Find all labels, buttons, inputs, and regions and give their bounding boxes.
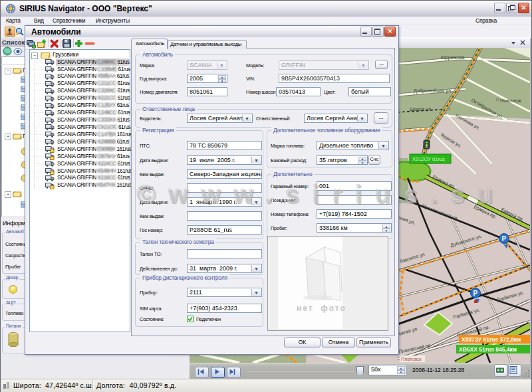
svg-text:Х912ОУ 61rus: Х912ОУ 61rus — [412, 156, 445, 162]
svg-text:ХВ5ХХ 51rus 845,4км: ХВ5ХХ 51rus 845,4км — [459, 346, 517, 353]
svg-text:Ефремова: Ефремова — [441, 54, 464, 60]
svg-text:Новочерк: Новочерк — [500, 98, 522, 104]
svg-text:P: P — [502, 235, 507, 243]
svg-text:Добролюбова ул.: Добролюбова ул. — [414, 88, 452, 94]
svg-text:Х887ЗУ 61rus 372,8км: Х887ЗУ 61rus 372,8км — [462, 336, 521, 343]
svg-text:Платовск: Платовск — [401, 356, 422, 362]
svg-text:P: P — [473, 290, 478, 297]
svg-text:Щорса ул.: Щорса ул. — [410, 106, 432, 112]
